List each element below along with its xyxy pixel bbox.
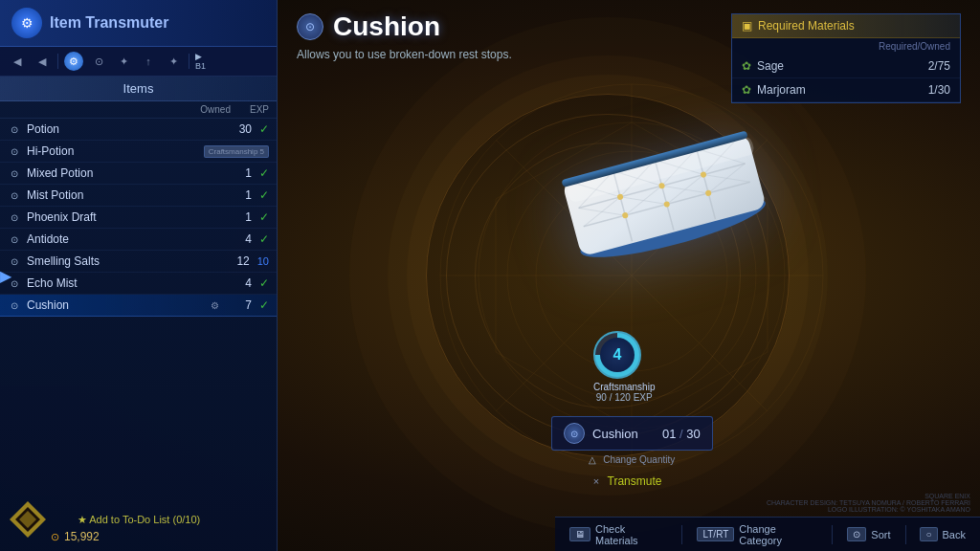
back-icon: ○ [920, 527, 937, 541]
item-icon-phoenixdraft: ⊙ [8, 210, 21, 224]
transmuter-icon: ⚙ [11, 8, 42, 38]
main-content: ⊙ Cushion Allows you to use broken-down … [278, 0, 980, 551]
nav-icon-key[interactable]: ✦ [164, 52, 183, 71]
list-item[interactable]: ⊙ Mist Potion 1 ✓ [0, 185, 277, 207]
craft-label: Craftsmanship [593, 382, 655, 392]
materials-header-label: Required Materials [758, 19, 855, 33]
item-selector: ⊙ Cushion 01 / 30 [551, 416, 713, 451]
nav-icon-up[interactable]: ↑ [139, 52, 158, 71]
check-materials-btn[interactable]: 🖥 Check Materials [569, 523, 667, 546]
diamond-logo [8, 499, 48, 543]
list-item[interactable]: ⊙ Mixed Potion 1 ✓ [0, 163, 277, 185]
list-item[interactable]: ⊙ Smelling Salts 12 10 [0, 251, 277, 273]
item-icon-hipotion: ⊙ [8, 144, 21, 158]
item-detail-icon: ⊙ [297, 13, 323, 40]
selector-name: Cushion [592, 427, 638, 441]
craftsmanship-meter: 4 Craftsmanship 90 / 120 EXP [593, 331, 655, 403]
craft-progress: 90 / 120 EXP [593, 392, 655, 403]
list-item[interactable]: ⊙ Hi-Potion Craftsmanship 5 [0, 141, 277, 163]
bottom-sep-1 [681, 525, 682, 544]
list-item[interactable]: ⊙ Antidote 4 ✓ [0, 229, 277, 251]
copyright-text: SQUARE ENIX CHARACTER DESIGN: TETSUYA NO… [767, 493, 970, 513]
nav-icons: ◀ ◀ ⚙ ⊙ ✦ ↑ ✦ ▶ B1 [0, 47, 277, 77]
list-item-selected[interactable]: ⊙ Cushion ⚙ 7 ✓ [0, 295, 277, 317]
transmute-button-label[interactable]: Transmute [608, 474, 662, 488]
item-icon-mixedpotion: ⊙ [8, 166, 21, 180]
transmute-bar: ⊙ Cushion 01 / 30 △ Change Quantity [551, 416, 713, 465]
change-qty-hint: △ Change Quantity [551, 454, 713, 465]
item-icon-potion: ⊙ [8, 122, 21, 136]
nav-icon-active[interactable]: ⚙ [64, 52, 83, 71]
check-materials-icon: 🖥 [569, 527, 590, 541]
nav-divider-2 [189, 54, 189, 69]
sage-icon: ✿ [742, 59, 751, 73]
sort-icon: ⊙ [847, 527, 866, 541]
nav-icon-star[interactable]: ✦ [114, 52, 133, 71]
item-list: ⊙ Potion 30 ✓ ⊙ Hi-Potion Craftsmanship … [0, 119, 277, 317]
nav-back-left[interactable]: ◀ [8, 52, 27, 71]
header-bar: ⚙ Item Transmuter [0, 0, 277, 47]
materials-header-icon: ▣ [742, 19, 752, 33]
column-headers: Owned EXP [0, 101, 277, 119]
bottom-sep-2 [832, 525, 833, 544]
materials-header: ▣ Required Materials [732, 14, 960, 38]
item-title: Cushion [333, 11, 440, 42]
craft-circle: 4 [593, 331, 641, 379]
marjoram-icon: ✿ [742, 83, 751, 97]
item-icon-mistpotion: ⊙ [8, 188, 21, 202]
material-row-marjoram: ✿ Marjoram 1/30 [732, 78, 960, 102]
items-section-header: Items [0, 77, 277, 101]
bottom-sep-3 [905, 525, 906, 544]
selector-quantity: 01 / 30 [656, 427, 701, 441]
change-category-icon: LT/RT [697, 527, 734, 541]
item-icon-antidote: ⊙ [8, 232, 21, 246]
nav-divider-1 [57, 54, 58, 69]
header-title: Item Transmuter [50, 14, 168, 32]
item-icon-cushion: ⊙ [8, 298, 21, 312]
transmute-action: × Transmute [593, 472, 662, 489]
material-row-sage: ✿ Sage 2/75 [732, 55, 960, 78]
list-item[interactable]: ⊙ Echo Mist 4 ✓ [0, 273, 277, 295]
change-category-btn[interactable]: LT/RT Change Category [697, 523, 817, 546]
sort-btn[interactable]: ⊙ Sort [847, 527, 890, 541]
craft-level: 4 [600, 338, 635, 372]
cushion-image [527, 105, 795, 297]
bottom-bar: 🖥 Check Materials LT/RT Change Category … [555, 517, 980, 551]
nav-icon-link[interactable]: ⊙ [89, 52, 108, 71]
list-item[interactable]: ⊙ Phoenix Draft 1 ✓ [0, 207, 277, 229]
nav-back-left2[interactable]: ◀ [33, 52, 52, 71]
materials-panel: ▣ Required Materials Required/Owned ✿ Sa… [731, 13, 961, 103]
cushion-display [527, 105, 795, 300]
list-item[interactable]: ⊙ Potion 30 ✓ [0, 119, 277, 141]
nav-badge: ▶ B1 [195, 52, 214, 71]
left-panel: ⚙ Item Transmuter ◀ ◀ ⚙ ⊙ ✦ ↑ ✦ ▶ B1 Ite… [0, 0, 278, 551]
materials-columns: Required/Owned [732, 38, 960, 55]
left-selection-arrow: ▶ [0, 267, 11, 285]
back-btn[interactable]: ○ Back [920, 527, 966, 541]
gold-icon: ⊙ [51, 531, 59, 543]
selector-icon: ⊙ [564, 423, 585, 444]
gold-amount: 15,992 [64, 530, 100, 543]
